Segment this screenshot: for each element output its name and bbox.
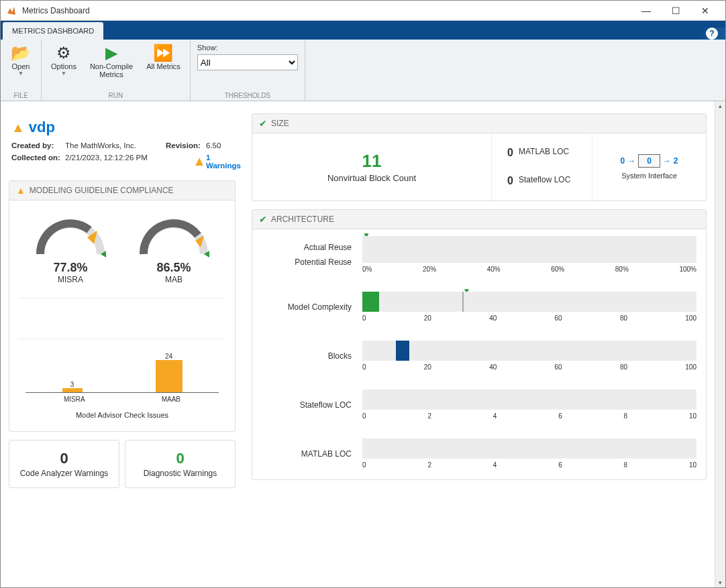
architecture-panel: ✔ ARCHITECTURE Actual Reuse Potential Re…	[252, 209, 707, 480]
noncompile-metrics-button[interactable]: ▶ Non-Compile Metrics	[86, 44, 137, 91]
group-label-file: FILE	[6, 92, 36, 99]
revision: 6.50	[206, 141, 241, 150]
model-name[interactable]: vdp	[29, 119, 55, 136]
window-title: Metrics Dashboard	[22, 6, 631, 15]
matlab-logo-icon	[6, 5, 17, 16]
arrow-icon: →	[663, 156, 671, 166]
content-area: ▲ vdp Created by: The MathWorks, Inc. Re…	[1, 101, 725, 587]
stateflow-loc[interactable]: 0 Stateflow LOC	[500, 175, 584, 187]
warning-icon: ▲	[166, 154, 206, 170]
tabstrip: METRICS DASHBOARD ?	[1, 21, 725, 40]
matlab-loc[interactable]: 0 MATLAB LOC	[500, 147, 584, 159]
close-button[interactable]: ✕	[690, 1, 720, 20]
titlebar: Metrics Dashboard — ☐ ✕	[1, 1, 725, 21]
model-header: ▲ vdp Created by: The MathWorks, Inc. Re…	[9, 113, 236, 180]
warning-icon: ▲	[11, 120, 25, 135]
warnings-link[interactable]: Warnings	[206, 162, 241, 170]
nonvirtual-block-count[interactable]: 11 Nonvirtual Block Count	[252, 133, 491, 200]
warnings-count[interactable]: 1	[206, 154, 210, 162]
blocks-chart[interactable]: Blocks 020406080100	[262, 341, 696, 371]
vertical-scrollbar[interactable]	[715, 101, 725, 587]
misra-gauge[interactable]: 77.8% MISRA	[30, 214, 111, 284]
tab-metrics-dashboard[interactable]: METRICS DASHBOARD	[3, 22, 103, 40]
matlab-loc-chart[interactable]: MATLAB LOC 0246810	[262, 438, 696, 469]
help-button[interactable]: ?	[698, 27, 725, 40]
dropdown-icon: ▼	[18, 70, 23, 76]
check-icon: ✔	[259, 214, 267, 225]
created-by: The MathWorks, Inc.	[65, 141, 166, 150]
options-button[interactable]: ⚙ Options ▼	[47, 44, 81, 91]
minimize-button[interactable]: —	[631, 1, 661, 20]
check-issues-chart[interactable]: 3 24 MISRA MAAB Model Advisor Check Issu…	[19, 339, 225, 424]
show-select[interactable]: All	[197, 54, 298, 70]
fast-forward-icon: ⏩	[153, 44, 173, 62]
show-label: Show:	[197, 44, 298, 52]
code-analyzer-box[interactable]: 0 Code Analyzer Warnings	[9, 440, 119, 488]
maximize-button[interactable]: ☐	[661, 1, 690, 20]
toolstrip: 📂 Open ▼ FILE ⚙ Options ▼ ▶ Non-Compile …	[1, 40, 725, 101]
check-icon: ✔	[259, 118, 267, 129]
gear-icon: ⚙	[56, 44, 71, 62]
compliance-panel: ▲ MODELING GUIDELINE COMPLIANCE 77.8% MI…	[9, 180, 236, 432]
play-icon: ▶	[105, 44, 117, 62]
folder-icon: 📂	[11, 44, 31, 62]
group-label-run: RUN	[47, 92, 185, 99]
dropdown-icon: ▼	[61, 70, 66, 76]
arrow-icon: →	[627, 156, 635, 166]
model-complexity-chart[interactable]: Model Complexity ▼ 020406080100	[262, 292, 696, 322]
reuse-chart[interactable]: Actual Reuse Potential Reuse ▼ 0%20%40%6…	[262, 236, 696, 273]
all-metrics-button[interactable]: ⏩ All Metrics	[142, 44, 185, 91]
group-label-thresholds: THRESHOLDS	[197, 92, 298, 99]
mab-gauge[interactable]: 86.5% MAB	[134, 214, 214, 284]
open-button[interactable]: 📂 Open ▼	[6, 44, 36, 91]
warning-icon: ▲	[16, 185, 25, 196]
size-panel: ✔ SIZE 11 Nonvirtual Block Count 0 MATLA…	[252, 113, 707, 201]
stateflow-loc-chart[interactable]: Stateflow LOC 0246810	[262, 390, 696, 420]
system-interface[interactable]: 0 → 0 → 2 System Interface	[592, 133, 706, 200]
collected-on: 2/21/2023, 12:12:26 PM	[65, 154, 166, 170]
diagnostic-warnings-box[interactable]: 0 Diagnostic Warnings	[125, 440, 236, 488]
help-icon: ?	[706, 27, 718, 40]
